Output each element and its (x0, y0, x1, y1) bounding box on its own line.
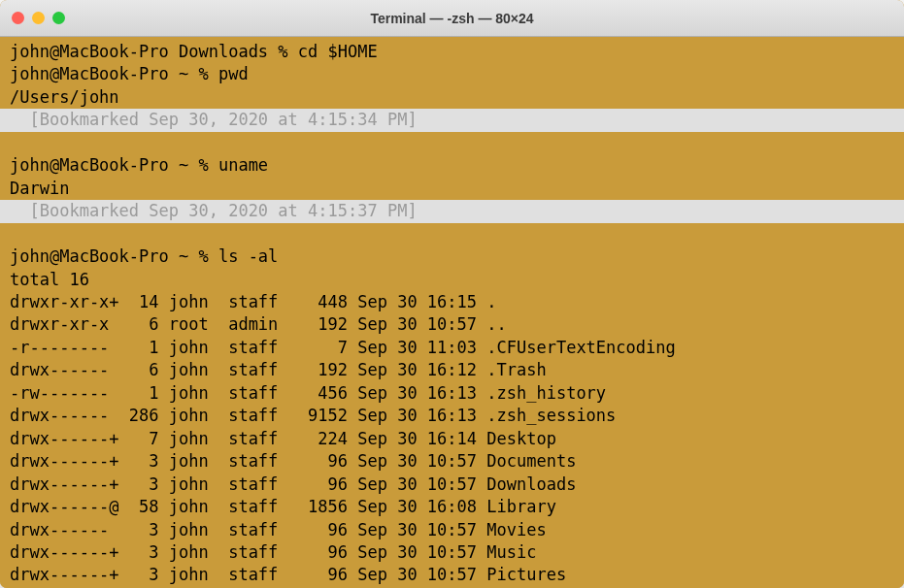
output-line: total 16 (10, 270, 89, 289)
output-line: Darwin (10, 179, 69, 198)
output-line: /Users/john (10, 87, 119, 107)
output-line: drwx------+ 3 john staff 96 Sep 30 10:57… (10, 451, 576, 471)
title-bar[interactable]: Terminal — -zsh — 80×24 (0, 0, 904, 37)
window-title: Terminal — -zsh — 80×24 (370, 11, 533, 26)
output-line: drwx------ 286 john staff 9152 Sep 30 16… (10, 406, 616, 425)
output-line: drwx------@ 58 john staff 1856 Sep 30 16… (10, 497, 556, 516)
traffic-lights (12, 12, 65, 24)
zoom-button[interactable] (52, 12, 65, 24)
output-line: drwxr-xr-x+ 14 john staff 448 Sep 30 16:… (10, 292, 497, 311)
output-line: -r-------- 1 john staff 7 Sep 30 11:03 .… (10, 338, 676, 357)
command-line: john@MacBook-Pro ~ % uname (10, 155, 268, 175)
command-line: john@MacBook-Pro ~ % pwd (10, 64, 249, 83)
command-line: john@MacBook-Pro Downloads % cd $HOME (10, 42, 378, 61)
bookmark-line: [Bookmarked Sep 30, 2020 at 4:15:34 PM] (0, 109, 904, 131)
close-button[interactable] (12, 12, 24, 24)
output-line: drwx------+ 3 john staff 96 Sep 30 10:57… (10, 565, 566, 584)
output-line: drwx------+ 3 john staff 96 Sep 30 10:57… (10, 542, 536, 562)
output-line: drwx------ 3 john staff 96 Sep 30 10:57 … (10, 520, 547, 539)
minimize-button[interactable] (32, 12, 45, 24)
bookmark-line: [Bookmarked Sep 30, 2020 at 4:15:37 PM] (0, 200, 904, 222)
command-line: john@MacBook-Pro ~ % ls -al (10, 246, 278, 266)
output-line: drwx------ 6 john staff 192 Sep 30 16:12… (10, 360, 547, 379)
output-line: drwxr-xr-x 6 root admin 192 Sep 30 10:57… (10, 314, 507, 334)
output-line: drwx------+ 3 john staff 96 Sep 30 10:57… (10, 474, 576, 494)
output-line: -rw------- 1 john staff 456 Sep 30 16:13… (10, 383, 606, 403)
terminal-window: Terminal — -zsh — 80×24 john@MacBook-Pro… (0, 0, 904, 588)
output-line: drwx------+ 7 john staff 224 Sep 30 16:1… (10, 429, 556, 448)
terminal-body[interactable]: john@MacBook-Pro Downloads % cd $HOME jo… (0, 37, 904, 588)
